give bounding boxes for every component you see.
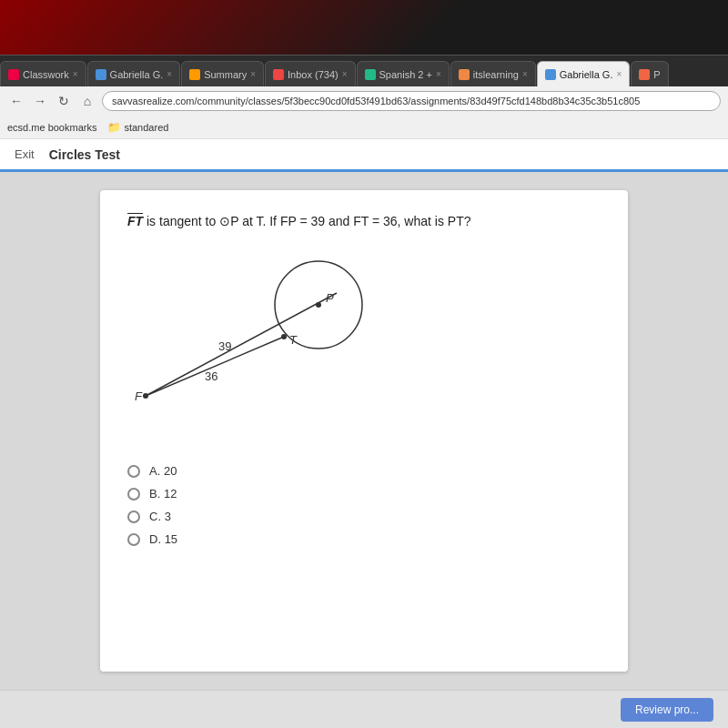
tab-spanish2[interactable]: Spanish 2 + ×	[357, 61, 450, 86]
tab-label-gabriella1: Gabriella G.	[110, 69, 164, 80]
tab-label-itslearning: itslearning	[473, 69, 519, 80]
tab-label-inbox: Inbox (734)	[288, 69, 339, 80]
refresh-button[interactable]: ↻	[55, 92, 73, 110]
answer-choice-b[interactable]: B. 12	[127, 487, 601, 500]
review-button[interactable]: Review pro...	[621, 698, 713, 722]
tab-bar: Classwork × Gabriella G. × Summary × Inb…	[0, 56, 728, 86]
tab-plus[interactable]: P	[631, 61, 668, 86]
answer-choice-a[interactable]: A. 20	[127, 464, 601, 478]
tab-favicon-gabriella2	[545, 69, 556, 80]
tab-label-summary: Summary	[204, 69, 247, 80]
radio-c[interactable]	[127, 511, 140, 523]
tab-label-classwork: Classwork	[23, 69, 69, 80]
question-card: FT is tangent to ⊙P at T. If FP = 39 and…	[100, 190, 628, 672]
tab-label-gabriella2: Gabriella G.	[560, 69, 613, 80]
tab-favicon-spanish2	[365, 69, 376, 80]
tab-gabriella2[interactable]: Gabriella G. ×	[537, 61, 631, 86]
segment-label: FT	[127, 214, 143, 228]
radio-a[interactable]	[127, 465, 140, 478]
radio-d[interactable]	[127, 533, 140, 546]
forward-button[interactable]: →	[31, 92, 49, 110]
tab-close-gabriella2[interactable]: ×	[616, 69, 622, 79]
answer-choice-c[interactable]: C. 3	[127, 510, 601, 523]
svg-line-8	[146, 293, 337, 396]
answer-label-b: B. 12	[149, 487, 177, 500]
tab-close-classwork[interactable]: ×	[73, 69, 78, 79]
question-body: is tangent to ⊙P at T. If FP = 39 and FT…	[147, 214, 471, 228]
svg-text:36: 36	[205, 369, 217, 383]
page-area: Exit Circles Test FT is tangent to ⊙P at…	[0, 139, 728, 728]
browser-chrome: Classwork × Gabriella G. × Summary × Inb…	[0, 55, 728, 139]
radio-b[interactable]	[127, 488, 140, 500]
diagram-svg: P T F 39 36	[127, 246, 419, 428]
bookmark-label-ecsd: ecsd.me bookmarks	[7, 122, 96, 133]
bookmark-ecsd[interactable]: ecsd.me bookmarks	[7, 122, 96, 133]
svg-text:F: F	[135, 389, 143, 403]
review-bar: Review pro...	[0, 690, 728, 728]
tab-favicon-inbox	[273, 69, 284, 80]
test-title: Circles Test	[49, 147, 120, 162]
back-button[interactable]: ←	[7, 92, 25, 110]
bookmarks-bar: ecsd.me bookmarks 📁 standared	[0, 116, 728, 139]
answer-label-d: D. 15	[149, 532, 177, 546]
tab-favicon-plus	[639, 69, 650, 80]
tab-close-gabriella1[interactable]: ×	[167, 69, 172, 79]
tab-favicon-summary	[189, 69, 200, 80]
top-bar	[0, 0, 728, 55]
answer-choices: A. 20 B. 12 C. 3	[127, 464, 601, 546]
tab-favicon-itslearning	[459, 69, 470, 80]
tab-close-itslearning[interactable]: ×	[522, 69, 528, 79]
tab-close-inbox[interactable]: ×	[342, 69, 348, 79]
main-content: FT is tangent to ⊙P at T. If FP = 39 and…	[0, 172, 728, 690]
answer-choice-d[interactable]: D. 15	[127, 532, 601, 546]
tab-gabriella1[interactable]: Gabriella G. ×	[87, 61, 181, 86]
tab-favicon-gabriella1	[96, 69, 106, 80]
tab-close-spanish2[interactable]: ×	[436, 69, 441, 79]
tab-classwork[interactable]: Classwork ×	[0, 61, 86, 86]
diagram-area: P T F 39 36	[127, 246, 601, 446]
tab-label-plus: P	[653, 69, 660, 80]
tab-label-spanish2: Spanish 2 +	[379, 69, 432, 80]
tab-summary[interactable]: Summary ×	[181, 61, 264, 86]
svg-line-7	[146, 337, 284, 396]
svg-text:39: 39	[218, 339, 231, 353]
question-text: FT is tangent to ⊙P at T. If FP = 39 and…	[127, 212, 601, 231]
app-toolbar: Exit Circles Test	[0, 139, 728, 172]
tab-itslearning[interactable]: itslearning ×	[450, 61, 536, 86]
bookmark-label-standared: standared	[124, 122, 168, 133]
answer-label-c: C. 3	[149, 510, 171, 523]
answer-label-a: A. 20	[149, 464, 177, 478]
exit-button[interactable]: Exit	[15, 147, 35, 161]
bookmark-standared[interactable]: 📁 standared	[107, 121, 168, 134]
address-input[interactable]	[102, 91, 721, 111]
address-bar: ← → ↻ ⌂	[0, 86, 728, 116]
tab-inbox[interactable]: Inbox (734) ×	[265, 61, 356, 86]
svg-text:T: T	[289, 333, 298, 347]
tab-close-summary[interactable]: ×	[250, 69, 256, 79]
tab-favicon-classwork	[8, 69, 19, 80]
home-button[interactable]: ⌂	[78, 92, 96, 110]
folder-icon: 📁	[107, 121, 121, 134]
